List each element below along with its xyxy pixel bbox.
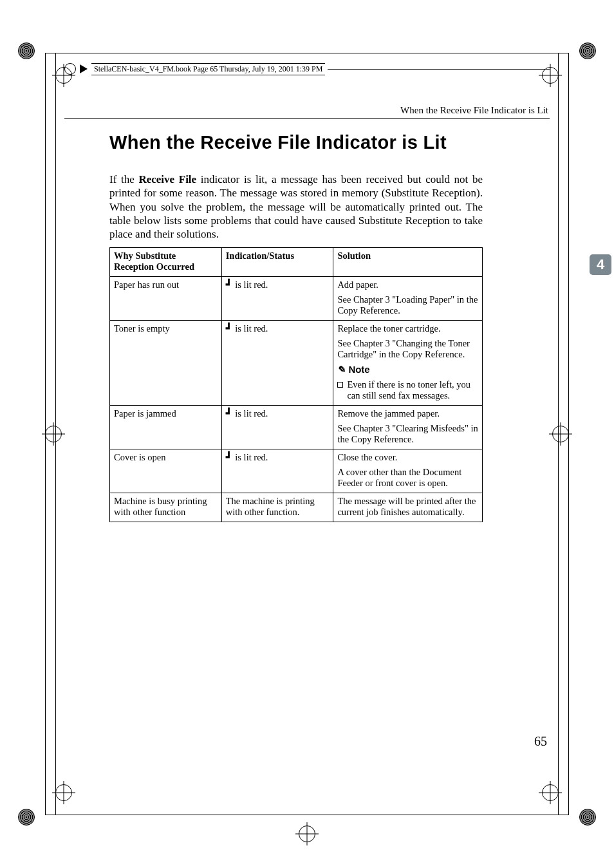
table-header: Solution [333,248,483,277]
table-cell: The machine is printing with other funct… [221,493,333,522]
solution-line: See Chapter 3 "Clearing Misfeeds" in the… [337,423,478,445]
section-tab: 4 [590,254,611,275]
table-header: Why Substitute Reception Occurred [110,248,222,277]
registration-screw-icon [18,809,35,826]
note-text: Even if there is no toner left, you can … [347,379,478,401]
solution-line: Replace the toner cartridge. [337,323,478,334]
solution-line: See Chapter 3 "Changing the Toner Cartri… [337,338,478,360]
indicator-icon: ┗ [226,323,232,334]
page-title: When the Receive File Indicator is Lit [109,132,483,153]
section-tab-number: 4 [597,256,604,273]
page-number: 65 [534,734,547,749]
registration-screw-icon [579,42,596,59]
table-cell: ┗ is lit red. [221,406,333,449]
registration-screw-icon [579,809,596,826]
troubleshooting-table: Why Substitute Reception Occurred Indica… [109,247,483,522]
indicator-text: is lit red. [233,408,268,419]
table-row: Toner is empty ┗ is lit red. Replace the… [110,321,483,406]
table-cell: ┗ is lit red. [221,449,333,493]
crosshair-icon [299,826,315,842]
table-cell: Close the cover. A cover other than the … [333,449,483,493]
registration-screw-icon [18,42,35,59]
square-bullet-icon [337,382,343,388]
indicator-text: is lit red. [233,279,268,290]
bookline-text: StellaCEN-basic_V4_FM.book Page 65 Thurs… [91,63,325,75]
solution-line: Remove the jammed paper. [337,408,478,419]
indicator-icon: ┗ [226,408,232,419]
solution-line: Add paper. [337,279,478,290]
book-icon [64,63,76,75]
note-item: Even if there is no toner left, you can … [337,379,478,401]
table-cell: Paper is jammed [110,406,222,449]
frame-rule [45,815,569,815]
table-row: Paper has run out ┗ is lit red. Add pape… [110,277,483,321]
solution-line: See Chapter 3 "Loading Paper" in the Cop… [337,294,478,316]
table-header: Indication/Status [221,248,333,277]
page-body: StellaCEN-basic_V4_FM.book Page 65 Thurs… [64,55,550,813]
solution-line: A cover other than the Document Feeder o… [337,467,478,489]
solution-line: The message will be printed after the cu… [337,496,478,518]
crosshair-icon [552,426,569,442]
table-cell: The message will be printed after the cu… [333,493,483,522]
table-row: Paper is jammed ┗ is lit red. Remove the… [110,406,483,449]
indicator-text: is lit red. [233,452,268,462]
table-cell: Paper has run out [110,277,222,321]
table-row: Cover is open ┗ is lit red. Close the co… [110,449,483,493]
note-heading: ✎Note [337,364,478,375]
table-cell: Remove the jammed paper. See Chapter 3 "… [333,406,483,449]
note-label: Note [348,364,369,375]
running-head-rule [64,118,550,119]
intro-paragraph: If the Receive File indicator is lit, a … [109,173,483,241]
intro-bold: Receive File [138,173,196,185]
bookline-header: StellaCEN-basic_V4_FM.book Page 65 Thurs… [64,61,550,77]
table-cell: ┗ is lit red. [221,321,333,406]
table-cell: Machine is busy printing with other func… [110,493,222,522]
indicator-text: is lit red. [233,323,268,334]
arrow-right-icon [80,64,88,73]
table-cell: ┗ is lit red. [221,277,333,321]
indicator-icon: ┗ [226,279,232,290]
table-header-row: Why Substitute Reception Occurred Indica… [110,248,483,277]
intro-text: If the [109,173,138,185]
table-cell: Toner is empty [110,321,222,406]
table-row: Machine is busy printing with other func… [110,493,483,522]
solution-line: Close the cover. [337,452,478,463]
indicator-icon: ┗ [226,452,232,462]
bookline-rule [328,69,550,70]
table-cell: Cover is open [110,449,222,493]
table-cell: Add paper. See Chapter 3 "Loading Paper"… [333,277,483,321]
running-head-text: When the Receive File Indicator is Lit [64,105,550,116]
table-cell: Replace the toner cartridge. See Chapter… [333,321,483,406]
pencil-icon: ✎ [337,363,347,376]
frame-rule [45,53,569,53]
content-area: When the Receive File Indicator is Lit I… [109,132,483,522]
crosshair-icon [45,426,62,442]
running-head: When the Receive File Indicator is Lit [64,105,550,122]
